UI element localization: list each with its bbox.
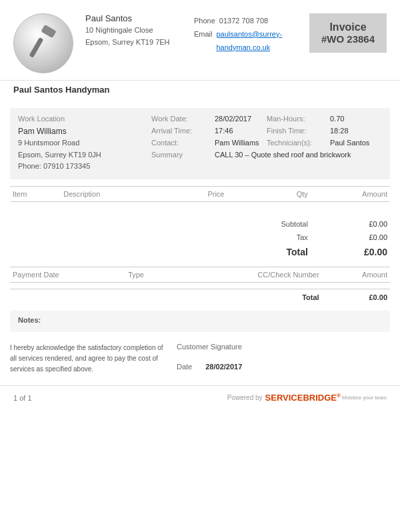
arrival-value: 17:46 bbox=[215, 127, 267, 135]
payment-header-row: Payment Date Type CC/Check Number Amount bbox=[10, 267, 390, 283]
summary-label: Summary bbox=[151, 151, 215, 159]
arrival-row: Arrival Time: 17:46 Finish Time: 18:28 bbox=[151, 127, 382, 135]
col-payment-amount: Amount bbox=[322, 267, 390, 283]
manhours-label: Man-Hours: bbox=[267, 115, 330, 123]
items-table: Item Description Price Qty Amount Subtot… bbox=[10, 186, 390, 261]
customer-signature-label: Customer Signature bbox=[177, 343, 390, 351]
svg-rect-0 bbox=[41, 24, 56, 37]
svg-rect-1 bbox=[29, 37, 43, 57]
col-price: Price bbox=[170, 186, 227, 201]
payment-total-label: Total bbox=[173, 289, 322, 305]
contact-value: Pam Williams bbox=[215, 139, 267, 147]
sig-date-value: 28/02/2017 bbox=[205, 363, 242, 371]
date-label: Work Date: bbox=[151, 115, 215, 123]
subtotal-value: £0.00 bbox=[311, 215, 390, 231]
powered-by-label: Powered by bbox=[227, 394, 263, 401]
sig-date-label: Date bbox=[177, 363, 192, 371]
col-cc: CC/Check Number bbox=[173, 267, 322, 283]
items-total-row: Total £0.00 bbox=[10, 244, 390, 260]
header: Paul Santos 10 Nightingale Close Epsom, … bbox=[0, 0, 400, 81]
summary-row: Summary CALL 30 – Quote shed roof and br… bbox=[151, 151, 382, 159]
contact-row: Contact: Pam Williams Technician(s): Pau… bbox=[151, 139, 382, 147]
technician-value: Paul Santos bbox=[330, 139, 382, 147]
invoice-box: Invoice #WO 23864 bbox=[309, 13, 387, 53]
address-line2: Epsom, Surrey KT19 7EH bbox=[85, 37, 194, 49]
brand-tagline: Mobilize your team bbox=[342, 395, 387, 401]
invoice-title: Invoice bbox=[321, 21, 375, 33]
contact-label: Contact: bbox=[151, 139, 215, 147]
email-label: Email bbox=[194, 28, 213, 55]
work-section: Work Location Pam Williams 9 Huntsmoor R… bbox=[10, 108, 390, 179]
items-total-label: Total bbox=[227, 244, 310, 260]
empty-row bbox=[10, 201, 390, 215]
notes-label: Notes: bbox=[18, 316, 382, 324]
address-line1: 10 Nightingale Close bbox=[85, 25, 194, 37]
col-amount: Amount bbox=[311, 186, 390, 201]
notes-section: Notes: bbox=[10, 311, 390, 332]
servicebridge-logo: SERVICEBRIDGE® Mobilize your team bbox=[265, 393, 387, 403]
tax-label: Tax bbox=[227, 231, 310, 244]
payment-section: Payment Date Type CC/Check Number Amount… bbox=[10, 267, 390, 304]
col-qty: Qty bbox=[227, 186, 310, 201]
manhours-value: 0.70 bbox=[330, 115, 382, 123]
signature-section: I hereby acknowledge the satisfactory co… bbox=[10, 339, 390, 379]
items-total-value: £0.00 bbox=[311, 244, 390, 260]
tax-row: Tax £0.00 bbox=[10, 231, 390, 244]
arrival-label: Arrival Time: bbox=[151, 127, 215, 135]
payment-total-row: Total £0.00 bbox=[10, 289, 390, 305]
brand-name: SERVICEBRIDGE® bbox=[265, 393, 341, 403]
contact-info: Phone 01372 708 708 Email paulsantos@sur… bbox=[194, 13, 303, 54]
client-phone: Phone: 07910 173345 bbox=[18, 161, 145, 173]
company-name: Paul Santos Handyman bbox=[0, 81, 400, 101]
work-location-column: Work Location Pam Williams 9 Huntsmoor R… bbox=[18, 115, 151, 173]
email-link[interactable]: paulsantos@surrey-handyman.co.uk bbox=[217, 28, 303, 55]
work-location-label: Work Location bbox=[18, 115, 145, 123]
phone-label: Phone bbox=[194, 15, 215, 28]
tax-value: £0.00 bbox=[311, 231, 390, 244]
col-item: Item bbox=[10, 186, 61, 201]
client-address1: 9 Huntsmoor Road bbox=[18, 137, 145, 149]
invoice-page: Paul Santos 10 Nightingale Close Epsom, … bbox=[0, 0, 400, 532]
payment-table: Payment Date Type CC/Check Number Amount… bbox=[10, 267, 390, 304]
summary-value: CALL 30 – Quote shed roof and brickwork bbox=[215, 151, 351, 159]
work-details-column: Work Date: 28/02/2017 Man-Hours: 0.70 Ar… bbox=[151, 115, 382, 173]
items-header-row: Item Description Price Qty Amount bbox=[10, 186, 390, 201]
technician-label: Technician(s): bbox=[267, 139, 330, 147]
date-value: 28/02/2017 bbox=[215, 115, 267, 123]
company-logo bbox=[13, 13, 73, 73]
phone-value: 01372 708 708 bbox=[219, 15, 268, 28]
subtotal-row: Subtotal £0.00 bbox=[10, 215, 390, 231]
acknowledgement-text: I hereby acknowledge the satisfactory co… bbox=[10, 343, 163, 375]
company-info: Paul Santos 10 Nightingale Close Epsom, … bbox=[85, 13, 194, 48]
client-address2: Epsom, Surrey KT19 0JH bbox=[18, 149, 145, 161]
hammer-icon bbox=[22, 22, 65, 65]
payment-empty-row bbox=[10, 283, 390, 289]
page-number: 1 of 1 bbox=[13, 394, 32, 402]
items-section: Item Description Price Qty Amount Subtot… bbox=[10, 186, 390, 261]
sig-date-row: Date 28/02/2017 bbox=[177, 363, 390, 371]
col-payment-type: Type bbox=[125, 267, 173, 283]
subtotal-label: Subtotal bbox=[227, 215, 310, 231]
col-payment-date: Payment Date bbox=[10, 267, 125, 283]
signature-area: Customer Signature Date 28/02/2017 bbox=[163, 343, 390, 375]
finish-label: Finish Time: bbox=[267, 127, 330, 135]
date-row: Work Date: 28/02/2017 Man-Hours: 0.70 bbox=[151, 115, 382, 123]
payment-total-value: £0.00 bbox=[322, 289, 390, 305]
powered-by: Powered by SERVICEBRIDGE® Mobilize your … bbox=[227, 393, 387, 403]
finish-value: 18:28 bbox=[330, 127, 382, 135]
col-description: Description bbox=[61, 186, 169, 201]
contact-person: Paul Santos bbox=[85, 13, 194, 23]
client-name: Pam Williams bbox=[18, 127, 145, 136]
footer: 1 of 1 Powered by SERVICEBRIDGE® Mobiliz… bbox=[0, 385, 400, 409]
invoice-number: #WO 23864 bbox=[321, 33, 375, 45]
